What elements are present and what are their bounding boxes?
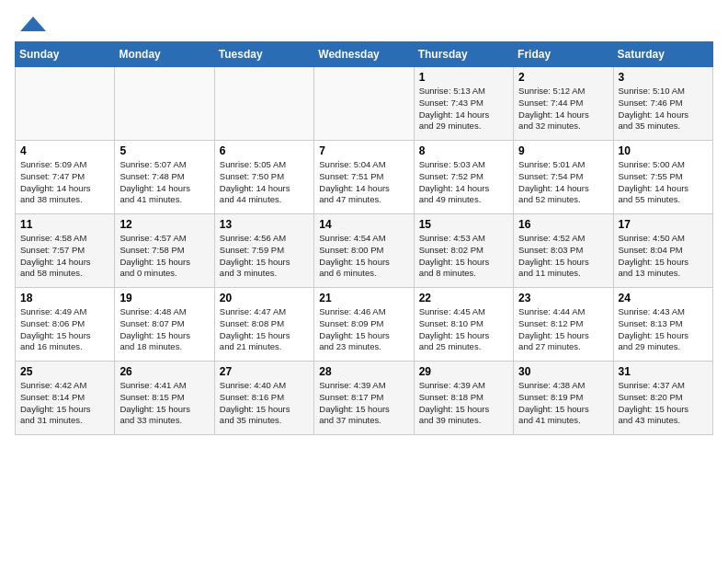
day-number: 15 bbox=[419, 218, 508, 231]
day-number: 18 bbox=[20, 292, 109, 304]
calendar-week-1: 1Sunrise: 5:13 AM Sunset: 7:43 PM Daylig… bbox=[16, 67, 713, 141]
logo-icon bbox=[18, 15, 48, 33]
day-info: Sunrise: 4:44 AM Sunset: 8:12 PM Dayligh… bbox=[518, 306, 608, 353]
day-number: 26 bbox=[119, 365, 209, 378]
calendar-cell: 28Sunrise: 4:39 AM Sunset: 8:17 PM Dayli… bbox=[314, 362, 414, 435]
day-info: Sunrise: 4:57 AM Sunset: 7:58 PM Dayligh… bbox=[119, 233, 209, 280]
calendar-week-3: 11Sunrise: 4:58 AM Sunset: 7:57 PM Dayli… bbox=[16, 214, 713, 288]
day-info: Sunrise: 5:03 AM Sunset: 7:52 PM Dayligh… bbox=[419, 159, 508, 206]
day-info: Sunrise: 4:50 AM Sunset: 8:04 PM Dayligh… bbox=[619, 233, 708, 280]
weekday-tuesday: Tuesday bbox=[214, 42, 313, 67]
calendar-cell: 7Sunrise: 5:04 AM Sunset: 7:51 PM Daylig… bbox=[314, 141, 414, 214]
day-info: Sunrise: 5:13 AM Sunset: 7:43 PM Dayligh… bbox=[419, 86, 508, 132]
svg-marker-0 bbox=[20, 17, 46, 31]
calendar-cell: 3Sunrise: 5:10 AM Sunset: 7:46 PM Daylig… bbox=[613, 67, 712, 141]
calendar-cell: 25Sunrise: 4:42 AM Sunset: 8:14 PM Dayli… bbox=[16, 362, 115, 435]
day-info: Sunrise: 4:48 AM Sunset: 8:07 PM Dayligh… bbox=[119, 306, 209, 353]
day-info: Sunrise: 5:01 AM Sunset: 7:54 PM Dayligh… bbox=[518, 159, 608, 206]
day-info: Sunrise: 4:56 AM Sunset: 7:59 PM Dayligh… bbox=[220, 233, 309, 280]
weekday-friday: Friday bbox=[514, 42, 613, 67]
day-info: Sunrise: 4:39 AM Sunset: 8:17 PM Dayligh… bbox=[319, 380, 408, 427]
day-info: Sunrise: 4:52 AM Sunset: 8:03 PM Dayligh… bbox=[518, 233, 608, 280]
calendar-cell: 11Sunrise: 4:58 AM Sunset: 7:57 PM Dayli… bbox=[16, 214, 115, 288]
weekday-monday: Monday bbox=[115, 42, 214, 67]
day-info: Sunrise: 4:41 AM Sunset: 8:15 PM Dayligh… bbox=[119, 380, 209, 427]
day-number: 11 bbox=[20, 218, 109, 231]
weekday-header-row: SundayMondayTuesdayWednesdayThursdayFrid… bbox=[16, 42, 713, 67]
day-info: Sunrise: 5:07 AM Sunset: 7:48 PM Dayligh… bbox=[119, 159, 209, 206]
calendar-cell: 6Sunrise: 5:05 AM Sunset: 7:50 PM Daylig… bbox=[214, 141, 313, 214]
day-number: 1 bbox=[419, 71, 508, 84]
day-number: 29 bbox=[419, 365, 508, 378]
calendar-table: SundayMondayTuesdayWednesdayThursdayFrid… bbox=[15, 41, 713, 435]
day-number: 14 bbox=[319, 218, 408, 231]
day-number: 21 bbox=[319, 292, 408, 304]
calendar-cell: 19Sunrise: 4:48 AM Sunset: 8:07 PM Dayli… bbox=[115, 288, 214, 362]
day-number: 19 bbox=[119, 292, 209, 304]
calendar-cell bbox=[314, 67, 414, 141]
weekday-saturday: Saturday bbox=[613, 42, 712, 67]
day-info: Sunrise: 4:38 AM Sunset: 8:19 PM Dayligh… bbox=[518, 380, 608, 427]
calendar-cell: 29Sunrise: 4:39 AM Sunset: 8:18 PM Dayli… bbox=[414, 362, 513, 435]
day-info: Sunrise: 4:53 AM Sunset: 8:02 PM Dayligh… bbox=[419, 233, 508, 280]
calendar-cell: 27Sunrise: 4:40 AM Sunset: 8:16 PM Dayli… bbox=[214, 362, 313, 435]
calendar-cell: 2Sunrise: 5:12 AM Sunset: 7:44 PM Daylig… bbox=[514, 67, 613, 141]
day-info: Sunrise: 5:10 AM Sunset: 7:46 PM Dayligh… bbox=[619, 86, 708, 132]
day-number: 27 bbox=[220, 365, 309, 378]
calendar-cell: 30Sunrise: 4:38 AM Sunset: 8:19 PM Dayli… bbox=[514, 362, 613, 435]
calendar-cell: 17Sunrise: 4:50 AM Sunset: 8:04 PM Dayli… bbox=[613, 214, 712, 288]
day-info: Sunrise: 4:45 AM Sunset: 8:10 PM Dayligh… bbox=[419, 306, 508, 353]
calendar-cell: 4Sunrise: 5:09 AM Sunset: 7:47 PM Daylig… bbox=[16, 141, 115, 214]
calendar-cell: 1Sunrise: 5:13 AM Sunset: 7:43 PM Daylig… bbox=[414, 67, 513, 141]
day-info: Sunrise: 4:39 AM Sunset: 8:18 PM Dayligh… bbox=[419, 380, 508, 427]
calendar-cell: 23Sunrise: 4:44 AM Sunset: 8:12 PM Dayli… bbox=[514, 288, 613, 362]
day-info: Sunrise: 4:42 AM Sunset: 8:14 PM Dayligh… bbox=[20, 380, 109, 427]
day-info: Sunrise: 5:12 AM Sunset: 7:44 PM Dayligh… bbox=[518, 86, 608, 132]
day-number: 24 bbox=[619, 292, 708, 304]
calendar-cell bbox=[214, 67, 313, 141]
day-info: Sunrise: 4:58 AM Sunset: 7:57 PM Dayligh… bbox=[20, 233, 109, 280]
day-number: 30 bbox=[518, 365, 608, 378]
day-number: 13 bbox=[220, 218, 309, 231]
calendar-cell: 8Sunrise: 5:03 AM Sunset: 7:52 PM Daylig… bbox=[414, 141, 513, 214]
calendar-cell: 16Sunrise: 4:52 AM Sunset: 8:03 PM Dayli… bbox=[514, 214, 613, 288]
calendar-cell: 5Sunrise: 5:07 AM Sunset: 7:48 PM Daylig… bbox=[115, 141, 214, 214]
day-number: 9 bbox=[518, 144, 608, 157]
calendar-cell: 12Sunrise: 4:57 AM Sunset: 7:58 PM Dayli… bbox=[115, 214, 214, 288]
day-number: 12 bbox=[119, 218, 209, 231]
day-number: 25 bbox=[20, 365, 109, 378]
day-info: Sunrise: 5:04 AM Sunset: 7:51 PM Dayligh… bbox=[319, 159, 408, 206]
calendar-cell: 31Sunrise: 4:37 AM Sunset: 8:20 PM Dayli… bbox=[613, 362, 712, 435]
calendar-cell: 21Sunrise: 4:46 AM Sunset: 8:09 PM Dayli… bbox=[314, 288, 414, 362]
calendar-week-5: 25Sunrise: 4:42 AM Sunset: 8:14 PM Dayli… bbox=[16, 362, 713, 435]
day-info: Sunrise: 5:09 AM Sunset: 7:47 PM Dayligh… bbox=[20, 159, 109, 206]
day-number: 10 bbox=[619, 144, 708, 157]
page-header bbox=[15, 15, 713, 38]
calendar-cell bbox=[16, 67, 115, 141]
calendar-cell bbox=[115, 67, 214, 141]
day-number: 20 bbox=[220, 292, 309, 304]
day-number: 2 bbox=[518, 71, 608, 84]
day-number: 22 bbox=[419, 292, 508, 304]
day-number: 6 bbox=[220, 144, 309, 157]
calendar-header: SundayMondayTuesdayWednesdayThursdayFrid… bbox=[16, 42, 713, 67]
calendar-cell: 22Sunrise: 4:45 AM Sunset: 8:10 PM Dayli… bbox=[414, 288, 513, 362]
day-number: 31 bbox=[619, 365, 708, 378]
day-number: 8 bbox=[419, 144, 508, 157]
day-number: 4 bbox=[20, 144, 109, 157]
calendar-cell: 13Sunrise: 4:56 AM Sunset: 7:59 PM Dayli… bbox=[214, 214, 313, 288]
day-number: 17 bbox=[619, 218, 708, 231]
calendar-cell: 10Sunrise: 5:00 AM Sunset: 7:55 PM Dayli… bbox=[613, 141, 712, 214]
weekday-sunday: Sunday bbox=[16, 42, 115, 67]
day-number: 7 bbox=[319, 144, 408, 157]
calendar-cell: 14Sunrise: 4:54 AM Sunset: 8:00 PM Dayli… bbox=[314, 214, 414, 288]
calendar-cell: 20Sunrise: 4:47 AM Sunset: 8:08 PM Dayli… bbox=[214, 288, 313, 362]
calendar-cell: 26Sunrise: 4:41 AM Sunset: 8:15 PM Dayli… bbox=[115, 362, 214, 435]
day-info: Sunrise: 4:43 AM Sunset: 8:13 PM Dayligh… bbox=[619, 306, 708, 353]
day-number: 23 bbox=[518, 292, 608, 304]
day-info: Sunrise: 4:49 AM Sunset: 8:06 PM Dayligh… bbox=[20, 306, 109, 353]
day-info: Sunrise: 4:46 AM Sunset: 8:09 PM Dayligh… bbox=[319, 306, 408, 353]
logo-text bbox=[15, 15, 48, 38]
calendar-week-4: 18Sunrise: 4:49 AM Sunset: 8:06 PM Dayli… bbox=[16, 288, 713, 362]
calendar-body: 1Sunrise: 5:13 AM Sunset: 7:43 PM Daylig… bbox=[16, 67, 713, 435]
